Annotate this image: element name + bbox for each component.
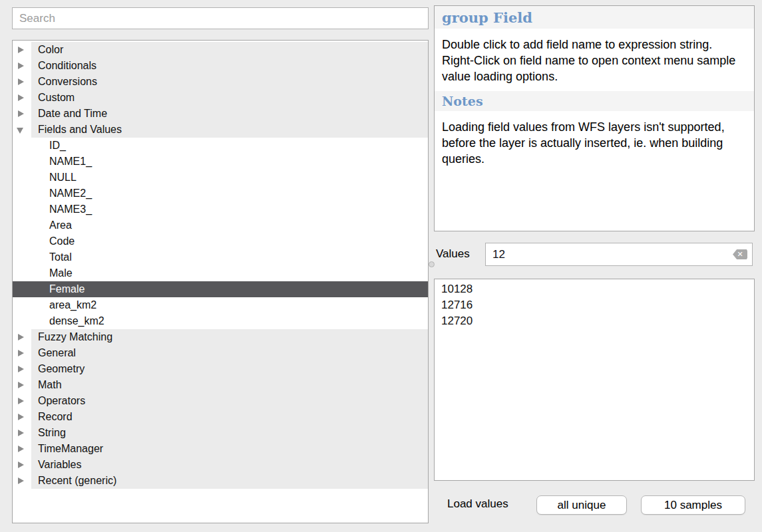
expand-arrow-icon[interactable] [18,382,24,388]
expand-arrow-icon[interactable] [18,477,24,484]
expand-arrow-icon[interactable] [18,350,24,356]
samples-button[interactable]: 10 samples [641,495,745,515]
values-label: Values [436,247,470,261]
tree-item-fields-and-values[interactable]: Fields and Values [13,122,428,138]
tree-item-string[interactable]: String [13,425,428,441]
value-list-item[interactable]: 12720 [441,313,754,329]
tree-item-label: Conditionals [31,58,428,74]
expand-arrow-icon[interactable] [18,110,24,117]
tree-item-total[interactable]: Total [13,249,428,265]
expand-arrow-icon[interactable] [18,430,24,436]
tree-item-label: Custom [31,90,428,106]
tree-item-record[interactable]: Record [13,409,428,425]
function-tree[interactable]: ColorConditionalsConversionsCustomDate a… [12,40,429,523]
expand-arrow-icon[interactable] [18,334,24,340]
value-list-item[interactable]: 10128 [441,281,754,297]
tree-item-id[interactable]: ID_ [13,138,428,154]
tree-item-operators[interactable]: Operators [13,393,428,409]
tree-item-label: Fields and Values [31,122,428,138]
tree-item-fuzzy-matching[interactable]: Fuzzy Matching [13,329,428,345]
tree-item-name2[interactable]: NAME2_ [13,186,428,201]
expand-arrow-icon[interactable] [18,78,24,85]
values-input-wrap: ✕ [485,243,753,266]
tree-item-label: Operators [31,393,428,409]
help-description: Double click to add field name to expres… [442,37,745,84]
tree-item-label: General [31,345,428,361]
tree-item-female-selected[interactable]: Female [13,281,428,297]
expand-arrow-icon[interactable] [18,94,24,101]
notes-text: Loading field values from WFS layers isn… [442,119,745,167]
tree-item-male[interactable]: Male [13,265,428,281]
all-unique-button[interactable]: all unique [536,495,627,515]
tree-item-label: Geometry [31,361,428,377]
tree-item-geometry[interactable]: Geometry [13,361,428,377]
tree-item-area-km2[interactable]: area_km2 [13,297,428,313]
values-filter-input[interactable] [485,243,753,266]
search-input[interactable] [12,7,429,29]
tree-item-label: Variables [31,457,428,473]
tree-item-label: Date and Time [31,106,428,122]
value-list-item[interactable]: 12716 [441,297,754,313]
expand-arrow-icon[interactable] [18,398,24,404]
tree-item-name1[interactable]: NAME1_ [13,154,428,170]
tree-item-custom[interactable]: Custom [13,90,428,106]
tree-item-conditionals[interactable]: Conditionals [13,58,428,74]
help-title: group Field [435,6,754,29]
tree-item-label: String [31,425,428,441]
expand-arrow-icon[interactable] [18,462,24,468]
expand-arrow-icon[interactable] [18,63,24,69]
collapse-arrow-icon[interactable] [17,128,23,134]
tree-item-label: Recent (generic) [31,473,428,489]
tree-item-area[interactable]: Area [13,217,428,233]
tree-item-label: Fuzzy Matching [31,329,428,345]
tree-item-variables[interactable]: Variables [13,457,428,473]
help-panel: group Field Double click to add field na… [434,5,755,231]
tree-item-null[interactable]: NULL [13,170,428,186]
notes-title: Notes [435,91,754,111]
splitter-handle[interactable] [429,261,435,267]
tree-item-dense-km2[interactable]: dense_km2 [13,313,428,329]
values-list[interactable]: 101281271612720 [434,279,755,481]
tree-item-math[interactable]: Math [13,377,428,393]
tree-item-label: TimeManager [31,441,428,457]
tree-item-name3[interactable]: NAME3_ [13,201,428,217]
tree-item-code[interactable]: Code [13,233,428,249]
tree-item-label: Conversions [31,74,428,90]
expand-arrow-icon[interactable] [18,366,24,372]
tree-item-label: Math [31,377,428,393]
expand-arrow-icon[interactable] [18,414,24,420]
tree-item-timemanager[interactable]: TimeManager [13,441,428,457]
load-values-label: Load values [447,497,508,511]
expand-arrow-icon[interactable] [18,47,24,53]
tree-item-color[interactable]: Color [13,42,428,58]
tree-item-recent-generic[interactable]: Recent (generic) [13,473,428,489]
tree-item-label: Record [31,409,428,425]
tree-item-label: Color [31,42,428,58]
tree-item-general[interactable]: General [13,345,428,361]
tree-item-date-and-time[interactable]: Date and Time [13,106,428,122]
expand-arrow-icon[interactable] [18,446,24,452]
tree-item-conversions[interactable]: Conversions [13,74,428,90]
